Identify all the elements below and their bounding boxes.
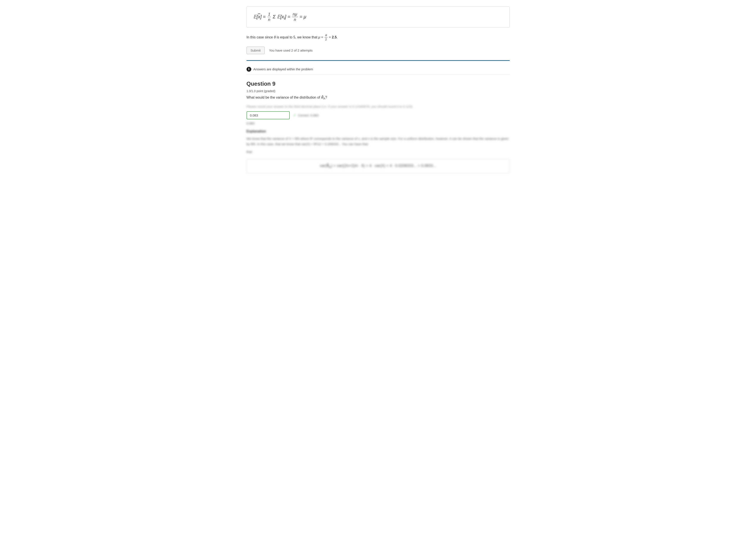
- formula-content: 𝔼[x] = 1 n Σ 𝔼[xi] = nμ n = μ: [253, 14, 306, 19]
- question-title: Question 9: [246, 80, 510, 87]
- info-bar-text: Answers are displayed within the problem: [253, 67, 313, 71]
- answer-input[interactable]: [246, 111, 290, 119]
- info-bar: ℹ Answers are displayed within the probl…: [246, 64, 510, 74]
- answer-row: ✓ Correct: 0.083: [246, 111, 510, 119]
- correct-indicator: ✓ Correct: 0.083: [293, 113, 319, 118]
- info-icon: ℹ: [246, 67, 251, 71]
- question-section: Question 9 1.0/1.0 point (graded) What w…: [246, 80, 510, 173]
- attempts-text: You have used 2 of 2 attempts: [269, 48, 313, 52]
- explanation-section: Explanation We know that the variance of…: [246, 129, 510, 155]
- second-answer: 0.083: [246, 122, 510, 125]
- bottom-formula-text: var(θ̂A) = var((2n+2)/n · x̄) = 4 · var(…: [320, 163, 436, 168]
- explanation-paragraph1: We know that the variance of X = θ/6 whe…: [246, 136, 510, 147]
- blue-divider: [246, 60, 510, 61]
- bottom-formula-box: var(θ̂A) = var((2n+2)/n · x̄) = 4 · var(…: [246, 159, 510, 173]
- correct-text: Correct: 0.083: [298, 113, 319, 117]
- explanation-paragraph2: that:: [246, 149, 510, 155]
- submit-button[interactable]: Submit: [246, 46, 265, 54]
- blurred-instruction: Please round your answer to the third de…: [246, 105, 510, 108]
- explanation-title: Explanation: [246, 129, 510, 133]
- question-points: 1.0/1.0 point (graded): [246, 89, 510, 93]
- case-text: In this case since θ is equal to 5, we k…: [246, 34, 510, 42]
- formula-box: 𝔼[x] = 1 n Σ 𝔼[xi] = nμ n = μ: [246, 7, 510, 28]
- checkmark-icon: ✓: [293, 113, 296, 118]
- submit-row: Submit You have used 2 of 2 attempts: [246, 46, 510, 54]
- question-text: What would be the variance of the distri…: [246, 95, 510, 101]
